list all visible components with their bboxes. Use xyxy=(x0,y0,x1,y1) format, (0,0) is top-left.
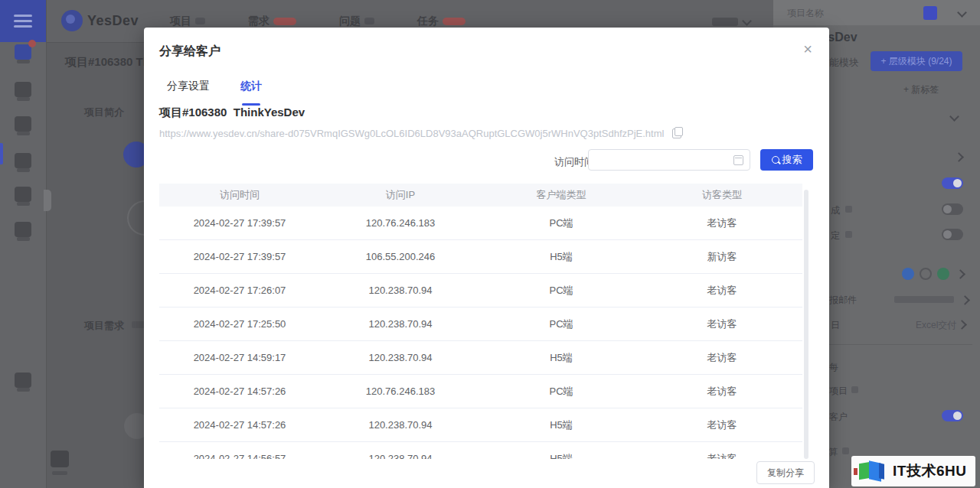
customer-toggle-on[interactable] xyxy=(942,410,963,421)
help-widget-icon[interactable] xyxy=(51,451,69,467)
table-cell: 2024-02-27 17:25:50 xyxy=(159,318,320,330)
share-channel-icon[interactable] xyxy=(902,268,914,280)
visits-table: 访问时间访问IP客户端类型访客类型 2024-02-27 17:39:57120… xyxy=(159,184,802,459)
sidebar-item-tasks[interactable] xyxy=(15,153,31,168)
menu-toggle-button[interactable] xyxy=(0,0,46,42)
sidebar-item-label xyxy=(17,168,30,172)
nav-item[interactable]: 项目 xyxy=(170,15,205,28)
nav-item-badge xyxy=(273,18,296,25)
table-cell: 老访客 xyxy=(642,351,802,365)
sidebar-item-requirements[interactable] xyxy=(15,116,31,132)
panel-label-fragment: 项目 xyxy=(829,385,848,398)
table-header-cell: 客户端类型 xyxy=(481,188,642,202)
section-project-intro: 项目简介 xyxy=(84,106,124,119)
nav-item-badge xyxy=(443,18,466,25)
sidebar-collapse-handle[interactable] xyxy=(44,190,51,211)
info-icon xyxy=(842,447,849,454)
sidebar-item-label xyxy=(17,202,30,206)
table-cell: H5端 xyxy=(481,351,642,365)
comment-icon[interactable] xyxy=(920,268,932,280)
copy-url-icon[interactable] xyxy=(672,129,681,138)
nav-item[interactable]: 需求 xyxy=(248,15,296,28)
table-header-cell: 访问IP xyxy=(320,188,481,202)
customer-label-fragment: 客户 xyxy=(829,411,848,424)
divider xyxy=(828,344,972,345)
sidebar-item-label xyxy=(17,388,30,392)
table-cell: H5端 xyxy=(481,452,642,460)
table-cell: 2024-02-27 14:57:26 xyxy=(159,386,320,397)
nav-item[interactable]: 问题 xyxy=(339,15,374,28)
close-icon[interactable]: × xyxy=(803,41,812,57)
share-url: https://www.yesdev.cn/share-d075VRmqIGSW… xyxy=(159,128,664,139)
nav-item-more[interactable] xyxy=(712,18,738,26)
sidebar-item-label xyxy=(17,97,30,101)
table-cell: 120.76.246.183 xyxy=(320,386,481,397)
setting-label-fragment: 定 xyxy=(831,229,840,242)
table-cell: 120.238.70.94 xyxy=(320,318,481,330)
search-button-label: 搜索 xyxy=(782,153,802,167)
project-title: 项目#106380 ThinkYesDev xyxy=(159,106,305,120)
table-body: 2024-02-27 17:39:57120.76.246.183PC端老访客2… xyxy=(159,207,802,459)
search-button[interactable]: 搜索 xyxy=(760,149,813,171)
report-mail-value xyxy=(894,296,954,303)
hamburger-icon xyxy=(14,15,32,17)
sidebar-item-tests[interactable] xyxy=(15,187,31,202)
table-cell: 老访客 xyxy=(642,216,802,230)
modal-title: 分享给客户 xyxy=(159,44,220,60)
sidebar xyxy=(0,0,47,488)
tab-statistics[interactable]: 统计 xyxy=(240,80,262,101)
excel-export-link[interactable]: Excel交付 xyxy=(916,319,956,332)
panel-label-fragment: 算 xyxy=(828,446,838,459)
nav-item-badge xyxy=(364,18,374,24)
watermark-accent xyxy=(854,468,858,475)
table-cell: 120.238.70.94 xyxy=(320,453,481,459)
sidebar-item-projects[interactable] xyxy=(15,82,31,97)
new-tag-button[interactable]: + 新标签 xyxy=(903,83,939,96)
export-label-fragment: 日 xyxy=(831,319,840,332)
tab-share-settings[interactable]: 分享设置 xyxy=(167,80,210,101)
section-project-requirements: 项目需求 xyxy=(84,319,124,333)
table-cell: 2024-02-27 17:39:57 xyxy=(159,217,320,229)
sidebar-item-label xyxy=(17,60,30,63)
sidebar-item-settings[interactable] xyxy=(15,373,31,388)
setting-toggle-off[interactable] xyxy=(942,203,963,215)
nav-item[interactable]: 任务 xyxy=(417,15,466,28)
table-cell: 新访客 xyxy=(642,250,802,264)
wechat-icon[interactable] xyxy=(937,268,949,280)
table-header-cell: 访问时间 xyxy=(159,188,320,202)
info-icon xyxy=(845,206,852,213)
table-cell: 老访客 xyxy=(642,452,802,460)
setting-toggle-on[interactable] xyxy=(942,177,963,189)
table-header-row: 访问时间访问IP客户端类型访客类型 xyxy=(159,184,802,207)
share-to-customer-modal: 分享给客户 × 分享设置 统计 项目#106380 ThinkYesDev ht… xyxy=(144,28,829,488)
watermark-logo-icon xyxy=(859,460,887,483)
table-cell: 老访客 xyxy=(642,385,802,399)
table-row: 2024-02-27 14:56:57120.238.70.94H5端老访客 xyxy=(159,442,802,459)
table-row: 2024-02-27 17:39:57120.76.246.183PC端老访客 xyxy=(159,207,802,240)
sidebar-item-workbench[interactable] xyxy=(15,44,31,60)
table-cell: H5端 xyxy=(481,250,642,264)
module-level-button[interactable]: + 层级模块 (9/24) xyxy=(871,51,962,71)
calendar-icon[interactable] xyxy=(733,155,743,165)
table-cell: 120.238.70.94 xyxy=(320,352,481,363)
table-cell: 2024-02-27 14:59:17 xyxy=(159,352,320,363)
setting-toggle-off[interactable] xyxy=(942,229,963,240)
panel-label-fragment: 每 xyxy=(829,361,838,374)
watermark: IT技术6HU xyxy=(851,456,975,486)
copy-share-button[interactable]: 复制分享 xyxy=(756,461,815,484)
visit-time-date-input[interactable] xyxy=(588,149,750,171)
table-cell: 2024-02-27 17:26:07 xyxy=(159,285,320,296)
project-color-swatch[interactable] xyxy=(923,6,937,20)
table-cell: 2024-02-27 14:56:57 xyxy=(159,453,320,459)
table-row: 2024-02-27 17:26:07120.238.70.94PC端老访客 xyxy=(159,274,802,307)
info-icon xyxy=(845,231,852,238)
table-cell: PC端 xyxy=(481,216,642,230)
notification-dot xyxy=(28,40,36,47)
table-scrollbar[interactable] xyxy=(804,190,808,459)
sidebar-item-label xyxy=(17,132,30,135)
project-name-label: 项目名称 xyxy=(787,7,824,20)
watermark-text: IT技术6HU xyxy=(893,461,966,481)
search-icon xyxy=(772,156,779,164)
sidebar-item-reports[interactable] xyxy=(15,222,31,237)
table-row: 2024-02-27 14:57:26120.238.70.94H5端老访客 xyxy=(159,408,802,442)
